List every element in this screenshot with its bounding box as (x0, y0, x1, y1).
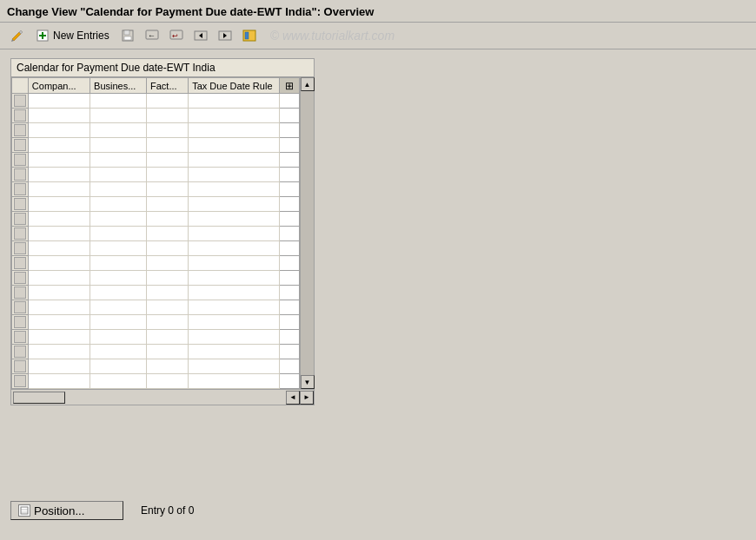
col-header-company[interactable]: Compan... (28, 78, 90, 94)
grid-wrapper: Compan... Busines... Fact... Tax Due Dat… (11, 77, 314, 389)
h-scroll-buttons: ◄ ► (286, 391, 314, 405)
page-title: Change View "Calendar for Payment Due da… (7, 5, 374, 18)
navigate-prev-button[interactable] (190, 26, 211, 45)
back-button[interactable]: ← (142, 26, 162, 45)
table-row (12, 153, 300, 168)
col-header-business[interactable]: Busines... (90, 78, 147, 94)
scroll-right-button[interactable]: ► (300, 391, 314, 405)
table-row (12, 256, 300, 271)
watermark: © www.tutorialkart.com (270, 29, 395, 43)
svg-rect-5 (124, 36, 131, 40)
table-row (12, 138, 300, 153)
table-row (12, 286, 300, 300)
table-row (12, 227, 300, 241)
col-header-fact[interactable]: Fact... (147, 78, 189, 94)
table-row (12, 123, 300, 138)
col-header-settings[interactable]: ⊞ (279, 78, 299, 94)
table-row (12, 212, 300, 227)
grid-body (12, 94, 300, 389)
svg-text:↩: ↩ (172, 32, 178, 40)
table-row (12, 168, 300, 182)
table-row (12, 315, 300, 330)
table-row (12, 94, 300, 109)
vertical-scrollbar[interactable]: ▲ ▼ (300, 77, 314, 389)
navigate-next-button[interactable] (215, 26, 235, 45)
table-row (12, 345, 300, 359)
svg-text:←: ← (148, 31, 156, 40)
svg-rect-15 (245, 32, 249, 39)
new-entries-label: New Entries (53, 30, 109, 42)
h-scroll-thumb[interactable] (13, 392, 65, 404)
column-header-row: Compan... Busines... Fact... Tax Due Dat… (12, 78, 300, 94)
entry-count: Entry 0 of 0 (141, 504, 194, 517)
table-row (12, 182, 300, 197)
svg-rect-16 (21, 507, 28, 514)
data-grid: Compan... Busines... Fact... Tax Due Dat… (11, 77, 300, 389)
horizontal-scrollbar[interactable]: ◄ ► (11, 389, 314, 405)
table-row (12, 241, 300, 256)
save-button[interactable] (117, 26, 138, 45)
position-icon (18, 504, 30, 517)
scroll-down-button[interactable]: ▼ (301, 375, 315, 389)
table-row (12, 359, 300, 374)
toolbar: New Entries ← ↩ (0, 23, 756, 49)
title-bar: Change View "Calendar for Payment Due da… (0, 0, 756, 23)
position-label: Position... (34, 504, 85, 517)
main-content: Calendar for Payment Due date-EWT India … (0, 49, 756, 529)
scroll-up-button[interactable]: ▲ (301, 77, 315, 91)
exit-button[interactable]: ↩ (166, 26, 187, 45)
svg-rect-4 (124, 30, 129, 35)
footer: Position... Entry 0 of 0 (0, 501, 756, 520)
table-row (12, 197, 300, 212)
col-header-taxdue[interactable]: Tax Due Date Rule (189, 78, 280, 94)
table-row (12, 300, 300, 315)
grid-scroll-area: Compan... Busines... Fact... Tax Due Dat… (11, 77, 300, 389)
position-button[interactable]: Position... (10, 501, 123, 520)
scroll-left-button[interactable]: ◄ (286, 391, 300, 405)
table-row (12, 271, 300, 286)
toolbar-extra-button[interactable] (239, 26, 260, 45)
table-container: Calendar for Payment Due date-EWT India … (10, 58, 315, 405)
edit-icon-btn[interactable] (7, 26, 28, 45)
scroll-track (301, 91, 314, 375)
new-entries-button[interactable]: New Entries (31, 26, 114, 45)
table-row (12, 330, 300, 345)
table-row (12, 109, 300, 123)
table-row (12, 374, 300, 389)
table-title: Calendar for Payment Due date-EWT India (11, 59, 314, 77)
col-header-select (12, 78, 29, 94)
